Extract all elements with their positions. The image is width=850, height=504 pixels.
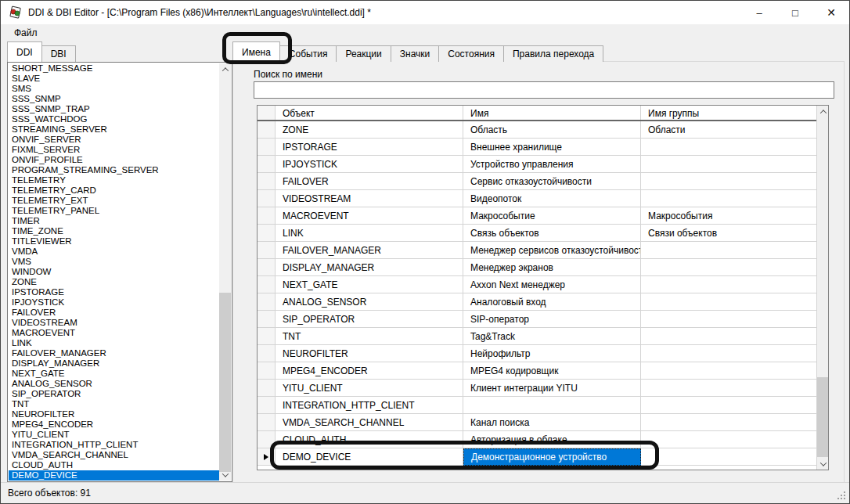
scroll-down-icon[interactable]	[817, 458, 829, 470]
cell-name[interactable]	[463, 397, 641, 414]
table-row[interactable]: TNT Tag&Track	[258, 328, 816, 345]
row-selector-cell[interactable]	[258, 225, 276, 242]
scrollbar-thumb[interactable]	[817, 377, 829, 457]
cell-object[interactable]: IPJOYSTICK	[276, 156, 463, 173]
list-item[interactable]: SHORT_MESSAGE	[9, 63, 220, 74]
tab[interactable]: События	[279, 45, 337, 62]
cell-name[interactable]: Axxon Next менеджер	[463, 276, 641, 293]
table-row[interactable]: NEUROFILTER Нейрофильтр	[258, 345, 816, 362]
cell-name[interactable]: Макрособытие	[463, 207, 641, 225]
cell-group[interactable]	[641, 431, 816, 448]
list-item[interactable]: SSS_SNMP	[9, 94, 220, 104]
cell-name[interactable]: SIP-оператор	[463, 311, 641, 328]
cell-name[interactable]: Связь объектов	[463, 225, 641, 242]
list-item[interactable]: DEMO_DEVICE	[9, 470, 220, 481]
list-item[interactable]: TELEMETRY_EXT	[9, 196, 220, 206]
list-item[interactable]: DISPLAY_MANAGER	[9, 358, 220, 369]
list-item[interactable]: ZONE	[9, 277, 220, 287]
list-item[interactable]: MPEG4_ENCODER	[9, 419, 220, 430]
cell-group[interactable]	[641, 173, 816, 190]
scroll-down-icon[interactable]	[219, 469, 231, 481]
cell-name[interactable]: Клиент интеграции YITU	[463, 380, 641, 397]
table-row[interactable]: YITU_CLIENT Клиент интеграции YITU	[258, 380, 816, 397]
cell-name[interactable]: Внешнее хранилище	[463, 139, 641, 156]
list-item[interactable]: ONVIF_SERVER	[9, 135, 220, 145]
search-input[interactable]	[254, 81, 834, 99]
cell-group[interactable]	[641, 448, 816, 466]
cell-object[interactable]: DEMO_DEVICE	[276, 448, 463, 466]
cell-object[interactable]: CLOUD_AUTH	[276, 431, 463, 448]
cell-name[interactable]: Нейрофильтр	[463, 345, 641, 362]
cell-object[interactable]: NEUROFILTER	[276, 345, 463, 362]
cell-group[interactable]	[641, 259, 816, 276]
list-item[interactable]: SSS_SNMP_TRAP	[9, 104, 220, 114]
list-item[interactable]: TELEMETRY	[9, 175, 220, 185]
list-item[interactable]: VMDA_SEARCH_CHANNEL	[9, 450, 220, 460]
table-row[interactable]: ANALOG_SENSOR Аналоговый вход	[258, 293, 816, 311]
list-item[interactable]: ONVIF_PROFILE	[9, 155, 220, 165]
cell-group[interactable]	[641, 139, 816, 156]
cell-object[interactable]: ANALOG_SENSOR	[276, 293, 463, 311]
row-selector-cell[interactable]	[258, 207, 276, 225]
cell-object[interactable]: MACROEVENT	[276, 207, 463, 225]
list-item[interactable]: SMS	[9, 84, 220, 94]
cell-name[interactable]: Видеопоток	[463, 190, 641, 207]
cell-object[interactable]: INTEGRATION_HTTP_CLIENT	[276, 397, 463, 414]
list-item[interactable]: INTEGRATION_HTTP_CLIENT	[9, 440, 220, 450]
tab[interactable]: Имена	[232, 41, 280, 62]
row-selector-cell[interactable]	[258, 345, 276, 362]
cell-object[interactable]: YITU_CLIENT	[276, 380, 463, 397]
scrollbar-thumb[interactable]	[219, 293, 231, 472]
cell-name[interactable]: Устройство управления	[463, 156, 641, 173]
tab[interactable]: DDI	[7, 41, 42, 62]
row-selector-cell[interactable]	[258, 156, 276, 173]
cell-group[interactable]	[641, 156, 816, 173]
cell-object[interactable]: NEXT_GATE	[276, 276, 463, 293]
list-item[interactable]: STREAMING_SERVER	[9, 124, 220, 135]
close-button[interactable]: ✕	[813, 1, 849, 24]
list-item[interactable]: CLOUD_AUTH	[9, 460, 220, 470]
list-item[interactable]: NEXT_GATE	[9, 369, 220, 379]
cell-object[interactable]: IPSTORAGE	[276, 139, 463, 156]
list-item[interactable]: WINDOW	[9, 267, 220, 277]
cell-name[interactable]: Менеджер сервисов отказоустойчивости	[463, 242, 641, 259]
row-selector-cell[interactable]	[258, 380, 276, 397]
cell-group[interactable]: Области	[641, 121, 816, 139]
cell-group[interactable]	[641, 362, 816, 380]
cell-object[interactable]: LINK	[276, 225, 463, 242]
row-selector-cell[interactable]	[258, 431, 276, 448]
cell-group[interactable]: Связи объектов	[641, 225, 816, 242]
row-selector-cell[interactable]	[258, 190, 276, 207]
row-selector-cell[interactable]	[258, 328, 276, 345]
table-row[interactable]: IPJOYSTICK Устройство управления	[258, 156, 816, 173]
table-row[interactable]: FAILOVER Сервис отказоустойчивости	[258, 173, 816, 190]
row-selector-cell[interactable]	[258, 242, 276, 259]
cell-object[interactable]: ZONE	[276, 121, 463, 139]
cell-name[interactable]: Демонстрационное устройство	[463, 448, 641, 466]
table-row[interactable]: MACROEVENT Макрособытие Макрособытия	[258, 207, 816, 225]
row-selector-cell[interactable]	[258, 276, 276, 293]
cell-object[interactable]: VMDA_SEARCH_CHANNEL	[276, 414, 463, 431]
table-row[interactable]: MPEG4_ENCODER MPEG4 кодировщик	[258, 362, 816, 380]
table-row[interactable]: VMDA_SEARCH_CHANNEL Канал поиска	[258, 414, 816, 431]
scroll-up-icon[interactable]	[219, 63, 231, 75]
table-row[interactable]: INTEGRATION_HTTP_CLIENT	[258, 397, 816, 414]
list-item[interactable]: TNT	[9, 399, 220, 409]
menu-file[interactable]: Файл	[9, 26, 43, 40]
minimize-button[interactable]: –	[741, 1, 777, 24]
row-selector-cell[interactable]	[258, 397, 276, 414]
cell-object[interactable]: SIP_OPERATOR	[276, 311, 463, 328]
cell-object[interactable]: DISPLAY_MANAGER	[276, 259, 463, 276]
cell-name[interactable]: Менеджер экранов	[463, 259, 641, 276]
list-item[interactable]: TIME_ZONE	[9, 226, 220, 236]
table-row[interactable]: VIDEOSTREAM Видеопоток	[258, 190, 816, 207]
list-item[interactable]: MACROEVENT	[9, 328, 220, 338]
row-selector-cell[interactable]	[258, 139, 276, 156]
table-scrollbar[interactable]	[816, 106, 828, 470]
row-selector-cell[interactable]	[258, 414, 276, 431]
cell-object[interactable]: MPEG4_ENCODER	[276, 362, 463, 380]
row-selector-cell[interactable]	[258, 259, 276, 276]
table-row[interactable]: CLOUD_AUTH Авторизация в облаке	[258, 431, 816, 448]
cell-name[interactable]: Область	[463, 121, 641, 139]
row-selector-cell[interactable]	[258, 311, 276, 328]
